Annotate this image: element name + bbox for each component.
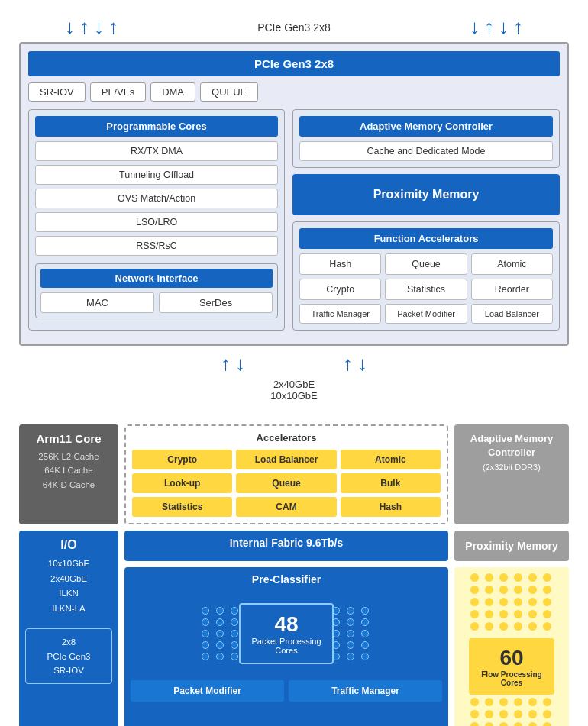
pcie-sub-row: SR-IOV PF/VFs DMA QUEUE xyxy=(28,82,560,102)
flow-dot xyxy=(543,598,551,606)
gbe-text2: 10x10GbE xyxy=(270,390,317,402)
accel-load-balancer: Load Balancer xyxy=(471,304,553,324)
accel-queue: Queue xyxy=(385,253,467,275)
accel-atomic: Atomic xyxy=(471,253,553,275)
arrow-up-icon: ↑ xyxy=(108,15,118,39)
top-left-arrows: ↓ ↑ ↓ ↑ xyxy=(65,15,118,39)
bottom-left-arrows: ↑ ↓ xyxy=(221,352,245,376)
accel-reorder: Reorder xyxy=(471,279,553,300)
flow-dot xyxy=(470,573,479,582)
arm-title: Arm11 Core xyxy=(25,432,112,445)
flow-dot xyxy=(528,586,537,594)
mac-item: MAC xyxy=(40,292,154,313)
dot xyxy=(347,653,354,660)
io-40gbe: 2x40GbE xyxy=(25,572,112,587)
dot xyxy=(347,618,354,626)
prog-item-rss: RSS/RsC xyxy=(35,236,278,256)
io-ilkn: ILKN xyxy=(25,586,112,602)
adaptive-right-sub: (2x32bit DDR3) xyxy=(460,463,563,472)
flow-dot xyxy=(514,622,522,631)
bottom-btns: Packet Modifier Traffic Manager xyxy=(131,680,442,702)
dot xyxy=(216,641,224,649)
flow-dots-grid-2: for(let i=0;i<18;i++) { document.write('… xyxy=(470,698,554,726)
bottom-arrows: ↑ ↓ ↑ ↓ xyxy=(19,346,569,377)
flow-dot xyxy=(543,622,551,631)
io-sub: 10x10GbE 2x40GbE ILKN ILKN-LA xyxy=(25,557,112,616)
preclassifier-title: Pre-Classifier xyxy=(131,573,442,586)
arrow-down-icon: ↓ xyxy=(499,15,509,39)
arrow-up-icon: ↑ xyxy=(221,352,231,376)
prog-item-tunnel: Tunneling Offload xyxy=(35,165,278,185)
io-10gbe: 10x10GbE xyxy=(25,557,112,572)
accel-crypto: Crypto xyxy=(132,450,232,469)
preclassifier-area: Pre-Classifier for(let i=0;i<60;i++) { d… xyxy=(124,567,448,726)
sr-iov-item: SR-IOV xyxy=(28,82,86,102)
right-column: Adaptive Memory Controller Cache and Ded… xyxy=(292,109,560,331)
flow-dot xyxy=(514,573,522,582)
arrow-down-icon: ↓ xyxy=(65,15,75,39)
flow-dot xyxy=(543,586,551,594)
arrow-down-icon: ↓ xyxy=(470,15,480,39)
packet-modifier-btn: Packet Modifier xyxy=(131,680,284,702)
flow-dot xyxy=(528,610,537,618)
dot xyxy=(202,653,209,660)
flow-dot xyxy=(543,573,551,582)
flow-area: for(let i=0;i<30;i++) { document.write('… xyxy=(454,567,569,726)
flow-dot xyxy=(470,586,479,594)
flow-dot xyxy=(514,586,522,594)
accelerators-title: Accelerators xyxy=(132,432,441,444)
accel-hash: Hash xyxy=(341,497,441,517)
flow-dot xyxy=(470,622,479,631)
flow-dot xyxy=(470,598,479,606)
flow-dot xyxy=(485,722,493,726)
dot xyxy=(361,641,369,649)
flow-dot xyxy=(499,598,508,606)
flow-dot xyxy=(470,610,479,618)
flow-dot xyxy=(470,722,479,726)
dot xyxy=(361,607,369,615)
pcie-small-box: 2x8PCIe Gen3SR-IOV xyxy=(25,628,112,684)
cache-item: Cache and Dedicated Mode xyxy=(299,141,553,161)
flow-dot xyxy=(514,598,522,606)
accel-lookup: Look-up xyxy=(132,473,232,493)
arrow-up-icon: ↑ xyxy=(513,15,523,39)
accel-grid: Hash Queue Atomic Crypto Statistics Reor… xyxy=(299,253,553,324)
dot xyxy=(231,618,238,626)
top-right-arrows: ↓ ↑ ↓ ↑ xyxy=(470,15,523,39)
dots-container: for(let i=0;i<60;i++) { document.write('… xyxy=(131,592,442,676)
flow-dot xyxy=(470,698,479,706)
accel-crypto: Crypto xyxy=(299,279,381,300)
adaptive-right-title: Adaptive Memory Controller xyxy=(460,432,563,460)
accel-hash: Hash xyxy=(299,253,381,275)
flow-dot xyxy=(485,698,493,706)
dot xyxy=(202,618,209,626)
net-interface-box: Network Interface MAC SerDes xyxy=(35,263,278,318)
arrow-down-icon: ↓ xyxy=(357,352,367,376)
dot xyxy=(361,653,369,660)
dot xyxy=(347,607,354,615)
flow-dot xyxy=(528,710,537,718)
serdes-item: SerDes xyxy=(159,292,273,313)
accel-queue: Queue xyxy=(236,473,336,493)
flow-dot xyxy=(499,710,508,718)
cores-number: 48 xyxy=(251,612,321,637)
flow-dot xyxy=(514,610,522,618)
dot xyxy=(202,641,209,649)
flow-dots-grid: for(let i=0;i<30;i++) { document.write('… xyxy=(470,573,554,631)
dot xyxy=(347,630,354,637)
func-accel-header: Function Accelerators xyxy=(299,228,553,249)
arrow-up-icon: ↑ xyxy=(343,352,353,376)
arm-cache-d: 64K D Cache xyxy=(25,478,112,492)
flow-dot xyxy=(485,622,493,631)
prog-cores-items: RX/TX DMA Tunneling Offload OVS Match/Ac… xyxy=(35,141,278,256)
func-accel-box: Function Accelerators Hash Queue Atomic … xyxy=(292,221,560,331)
prog-item-ovs: OVS Match/Action xyxy=(35,189,278,208)
accelerators-box: Accelerators Crypto Load Balancer Atomic… xyxy=(124,424,448,524)
dot xyxy=(231,607,238,615)
flow-dot xyxy=(485,610,493,618)
flow-dot xyxy=(485,586,493,594)
flow-number: 60 xyxy=(481,646,541,670)
dot xyxy=(231,630,238,637)
top-diagram: ↓ ↑ ↓ ↑ PCIe Gen3 2x8 ↓ ↑ ↓ ↑ PCIe Gen3 … xyxy=(19,15,569,402)
dot xyxy=(361,618,369,626)
